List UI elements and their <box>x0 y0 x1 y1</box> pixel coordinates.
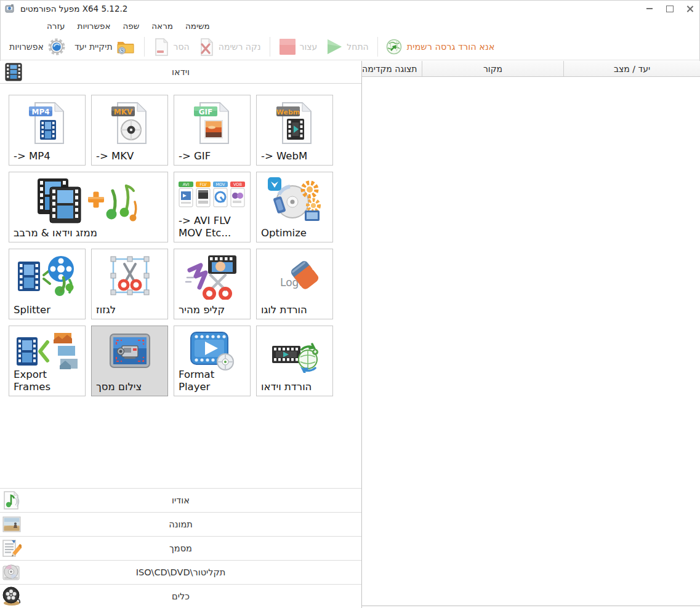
menu-item-help[interactable]: עזרה <box>41 19 71 33</box>
button-to-mkv[interactable]: MKV -> MKV <box>91 95 168 166</box>
category-sections: אודיו תמונה <box>0 488 361 608</box>
button-format-player[interactable]: FormatPlayer <box>174 326 251 396</box>
video-joiner-icon <box>36 177 141 228</box>
button-splitter[interactable]: Splitter <box>9 249 86 319</box>
optimize-icon <box>267 176 323 223</box>
mkv-file-icon: MKV <box>110 100 150 146</box>
clear-list-button[interactable]: נקה רשימה <box>194 36 265 58</box>
button-label: Optimize <box>261 227 331 239</box>
column-header-source[interactable]: מקור <box>422 61 564 76</box>
button-export-frames[interactable]: ExportFrames <box>9 326 86 396</box>
clear-list-icon <box>198 38 215 56</box>
output-folder-label: תיקיית יעד <box>74 42 113 52</box>
column-header-preview[interactable]: תצוגה מקדימה <box>362 61 422 76</box>
button-label: -> GIF <box>179 150 248 162</box>
section-label: תמונה <box>169 519 193 529</box>
avi-flv-mov-icons: AVI FLV MOV <box>178 181 247 209</box>
button-label: הורדת וידאו <box>261 381 331 393</box>
video-section-title: וידאו <box>0 67 361 77</box>
section-audio[interactable]: אודיו <box>0 488 361 512</box>
svg-text:Webm: Webm <box>276 108 300 116</box>
format-factory-window: { "window": { "title": "מפעל הפורמטים X6… <box>0 0 700 608</box>
maximize-button[interactable] <box>659 0 680 17</box>
button-to-webm[interactable]: Webm -> WebM <box>256 95 333 166</box>
toolbar-separator <box>377 37 378 57</box>
gif-file-icon: GIF <box>193 100 232 146</box>
button-video-download[interactable]: הורדת וידאו <box>256 326 333 396</box>
button-label: -> WebM <box>261 150 331 162</box>
logo-eraser-icon: Logo <box>264 259 326 295</box>
button-label: -> AVI FLVMOV Etc... <box>179 215 248 239</box>
button-fast-clip[interactable]: קליפ מהיר <box>174 249 251 319</box>
button-label: ממזג וידאו & מרבב <box>14 227 166 239</box>
button-label: צילום מסך <box>96 381 166 393</box>
clear-list-label: נקה רשימה <box>219 42 261 52</box>
toolbar-separator <box>144 37 145 57</box>
svg-text:MP4: MP4 <box>31 108 49 116</box>
button-crop[interactable]: לגזוז <box>91 249 168 319</box>
close-button[interactable] <box>680 0 700 17</box>
fast-clip-icon <box>185 254 240 300</box>
button-to-gif[interactable]: GIF -> GIF <box>174 95 251 166</box>
minimize-button[interactable] <box>639 0 659 17</box>
section-rom-device[interactable]: תקליטור\ISO\CD\DVD <box>0 560 361 584</box>
button-label: FormatPlayer <box>179 369 248 393</box>
maximize-icon <box>666 6 674 12</box>
svg-text:VOB: VOB <box>233 182 242 187</box>
svg-text:MOV: MOV <box>215 182 225 187</box>
film-reel-icon <box>2 586 22 606</box>
download-official-label: אנא הורד גרסה רשמית <box>407 42 495 52</box>
section-tools[interactable]: כלים <box>0 584 361 608</box>
stop-square-icon <box>279 38 296 55</box>
button-to-avi-flv-mov[interactable]: AVI FLV MOV <box>174 172 251 242</box>
task-table-body[interactable] <box>362 77 700 606</box>
start-button[interactable]: התחל <box>321 36 372 57</box>
output-folder-button[interactable]: תיקיית יעד <box>70 36 140 57</box>
menu-item-options[interactable]: אפשרויות <box>71 19 117 33</box>
button-label: לגזוז <box>96 304 166 316</box>
options-button[interactable]: אפשרויות <box>5 36 70 58</box>
button-optimize[interactable]: Optimize <box>256 172 333 242</box>
task-panel: תצוגה מקדימה מקור יעד / מצב <box>361 61 700 608</box>
remove-label: הסר <box>174 42 190 52</box>
download-official-link[interactable]: אנא הורד גרסה רשמית <box>386 39 495 55</box>
svg-text:GIF: GIF <box>198 108 212 116</box>
picture-icon <box>2 514 22 534</box>
start-label: התחל <box>347 42 368 52</box>
menu-item-task[interactable]: משימה <box>179 19 216 33</box>
gear-icon <box>47 38 66 56</box>
folder-clock-icon <box>116 38 135 55</box>
section-picture[interactable]: תמונה <box>0 512 361 536</box>
minimize-icon <box>646 8 653 9</box>
screen-record-icon <box>106 331 154 373</box>
video-section-header[interactable]: וידאו <box>0 61 361 84</box>
button-screen-record[interactable]: צילום מסך <box>91 326 168 396</box>
crop-scissors-icon <box>108 254 151 297</box>
section-label: אודיו <box>172 495 190 505</box>
button-to-mp4[interactable]: MP4 -> MP4 <box>9 95 86 166</box>
menu-item-language[interactable]: שפה <box>116 19 145 33</box>
button-video-joiner-mux[interactable]: ממזג וידאו & מרבב <box>9 172 168 242</box>
window-controls <box>639 0 700 17</box>
stop-button[interactable]: עצור <box>275 36 322 57</box>
options-label: אפשרויות <box>9 42 44 52</box>
button-remove-logo[interactable]: Logo הורדת לוגו <box>256 249 333 319</box>
globe-icon <box>386 39 403 55</box>
window-title: מפעל הפורמטים X64 5.12.2 <box>20 4 127 14</box>
section-label: תקליטור\ISO\CD\DVD <box>136 567 226 577</box>
remove-button[interactable]: הסר <box>149 36 194 58</box>
splitter-icon <box>17 254 78 300</box>
titlebar: מפעל הפורמטים X64 5.12.2 <box>0 0 700 17</box>
menubar: עזרה אפשרויות שפה מראה משימה <box>0 17 700 34</box>
document-pencil-icon <box>2 538 22 558</box>
column-header-target[interactable]: יעד / מצב <box>564 61 700 76</box>
svg-text:FLV: FLV <box>199 182 207 187</box>
menu-item-view[interactable]: מראה <box>145 19 179 33</box>
toolbar-separator <box>270 37 270 57</box>
button-label: -> MP4 <box>14 150 83 162</box>
format-player-icon <box>187 331 238 372</box>
play-triangle-icon <box>326 38 343 55</box>
section-document[interactable]: מסמך <box>0 536 361 560</box>
button-label: Splitter <box>14 304 83 316</box>
close-icon <box>686 6 693 12</box>
